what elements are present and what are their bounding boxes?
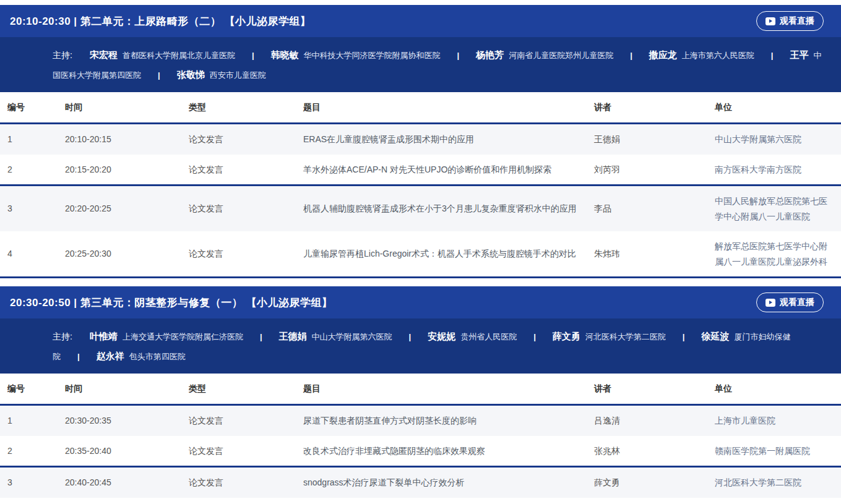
chair-name: 王平 (790, 49, 808, 60)
cell-title: snodgrass术治疗尿道下裂单中心疗效分析 (296, 467, 587, 498)
cell-time: 20:40-20:45 (58, 467, 181, 498)
cell-title: 尿道下裂患者阴茎直伸方式对阴茎长度的影响 (296, 405, 587, 436)
chair-org: 包头市第四医院 (129, 352, 186, 361)
session-block-1: 20:10-20:30 | 第二单元：上尿路畸形（二） 【小儿泌尿学组】 观看直… (0, 5, 841, 278)
cell-number: 4 (0, 231, 58, 278)
table-row: 2 20:35-20:40 论文发言 改良术式治疗非埋藏式隐匿阴茎的临床效果观察… (0, 436, 841, 467)
cell-title: 儿童输尿管再植Lich-Gregoir术式：机器人手术系统与腹腔镜手术的对比 (296, 231, 587, 278)
chair: 张敬悌西安市儿童医院 (177, 70, 266, 80)
cell-time: 20:45-20:50 (58, 498, 181, 504)
cell-speaker: 吕逸清 (587, 405, 707, 436)
chair-separator: | (683, 332, 685, 341)
cell-time: 20:30-20:35 (58, 405, 181, 436)
column-header-speaker: 讲者 (587, 374, 707, 405)
chair: 赵永祥包头市第四医院 (97, 352, 186, 361)
cell-org: 上海市儿童医院 (707, 405, 841, 436)
chairs-bar: 主持:宋宏程首都医科大学附属北京儿童医院|韩晓敏华中科技大学同济医学院附属协和医… (0, 37, 841, 92)
table-row: 4 20:45-20:50 论文发言 再论舌粘膜在尿道下裂分期手术的价值 姚海军… (0, 498, 841, 504)
play-icon (766, 299, 775, 307)
cell-type: 论文发言 (181, 231, 296, 278)
table-row: 3 20:40-20:45 论文发言 snodgrass术治疗尿道下裂单中心疗效… (0, 467, 841, 498)
cell-org: 上海交通大学医学院附属第九人民医院 (707, 498, 841, 504)
chair-name: 徐延波 (701, 331, 729, 341)
cell-org: 赣南医学院第一附属医院 (707, 436, 841, 467)
cell-type: 论文发言 (181, 405, 296, 436)
chair-org: 西安市儿童医院 (210, 70, 266, 80)
chair: 杨艳芳河南省儿童医院郑州儿童医院 (476, 51, 613, 60)
cell-time: 20:25-20:30 (58, 231, 181, 278)
cell-number: 3 (0, 467, 58, 498)
chair-separator: | (77, 352, 80, 361)
column-header-number: 编号 (0, 92, 58, 124)
chair: 叶惟靖上海交通大学医学院附属仁济医院 (90, 332, 243, 341)
watch-live-button[interactable]: 观看直播 (756, 11, 824, 31)
play-icon (766, 17, 775, 25)
table-row: 2 20:15-20:20 论文发言 羊水外泌体ACE/AP-N 对先天性UPJ… (0, 155, 841, 186)
cell-number: 2 (0, 155, 58, 186)
chair-org: 贵州省人民医院 (460, 332, 517, 341)
cell-time: 20:20-20:25 (58, 186, 181, 232)
cell-title: 羊水外泌体ACE/AP-N 对先天性UPJO的诊断价值和作用机制探索 (296, 155, 587, 186)
live-button-label: 观看直播 (780, 297, 814, 308)
chair-org: 河南省儿童医院郑州儿童医院 (509, 51, 613, 60)
chair: 王德娟中山大学附属第六医院 (279, 332, 392, 341)
cell-title: 机器人辅助腹腔镜肾盂成形术在小于3个月患儿复杂重度肾积水中的应用 (296, 186, 587, 232)
cell-speaker: 朱炜玮 (587, 231, 707, 278)
cell-org: 南方医科大学南方医院 (707, 155, 841, 186)
chair-separator: | (409, 332, 412, 341)
chair-org: 河北医科大学第二医院 (585, 332, 666, 341)
cell-type: 论文发言 (181, 155, 296, 186)
chairs-bar: 主持:叶惟靖上海交通大学医学院附属仁济医院|王德娟中山大学附属第六医院|安妮妮贵… (0, 318, 841, 374)
watch-live-button[interactable]: 观看直播 (756, 293, 824, 312)
cell-speaker: 薛文勇 (587, 467, 707, 498)
cell-org: 解放军总医院第七医学中心附属八一儿童医院儿童泌尿外科 (707, 231, 841, 278)
session-header: 20:10-20:30 | 第二单元：上尿路畸形（二） 【小儿泌尿学组】 观看直… (0, 5, 841, 37)
column-header-title: 题目 (296, 374, 587, 405)
cell-type: 论文发言 (181, 436, 296, 467)
cell-org: 中国人民解放军总医院第七医学中心附属八一儿童医院 (707, 186, 841, 232)
chairs-label: 主持: (53, 50, 72, 60)
session-header: 20:30-20:50 | 第三单元：阴茎整形与修复（一） 【小儿泌尿学组】 观… (0, 286, 841, 318)
table-header-row: 编号 时间 类型 题目 讲者 单位 (0, 374, 841, 405)
schedule-table: 编号 时间 类型 题目 讲者 单位 1 20:10-20:15 论文发言 ERA… (0, 92, 841, 278)
cell-speaker: 姚海军 (587, 498, 707, 504)
chair-name: 赵永祥 (97, 351, 124, 361)
session-title: 20:10-20:30 | 第二单元：上尿路畸形（二） 【小儿泌尿学组】 (10, 14, 311, 28)
chair-name: 宋宏程 (90, 49, 118, 60)
column-header-org: 单位 (707, 92, 841, 124)
chair-org: 上海市第六人民医院 (682, 51, 754, 60)
chair-org: 上海交通大学医学院附属仁济医院 (123, 332, 243, 341)
cell-org: 河北医科大学第二医院 (707, 467, 841, 498)
cell-time: 20:35-20:40 (58, 436, 181, 467)
column-header-type: 类型 (181, 92, 296, 124)
column-header-speaker: 讲者 (587, 92, 707, 124)
chair-name: 韩晓敏 (271, 49, 299, 60)
chair: 撒应龙上海市第六人民医院 (649, 51, 754, 60)
cell-title: ERAS在儿童腹腔镜肾盂成形围术期中的应用 (296, 124, 587, 155)
column-header-type: 类型 (181, 374, 296, 405)
cell-type: 论文发言 (181, 124, 296, 155)
cell-type: 论文发言 (181, 498, 296, 504)
chair-name: 薛文勇 (553, 331, 580, 341)
cell-number: 2 (0, 436, 58, 467)
chair: 韩晓敏华中科技大学同济医学院附属协和医院 (271, 51, 441, 60)
chair-separator: | (630, 51, 632, 60)
cell-speaker: 王德娟 (587, 124, 707, 155)
chair-name: 安妮妮 (428, 331, 455, 341)
cell-type: 论文发言 (181, 467, 296, 498)
cell-number: 3 (0, 186, 58, 232)
session-title: 20:30-20:50 | 第三单元：阴茎整形与修复（一） 【小儿泌尿学组】 (10, 296, 333, 310)
chair-separator: | (457, 51, 460, 60)
chair-name: 撒应龙 (649, 49, 677, 60)
chair-separator: | (533, 332, 536, 341)
chair-name: 王德娟 (279, 331, 307, 341)
chair: 宋宏程首都医科大学附属北京儿童医院 (90, 51, 235, 60)
cell-title: 改良术式治疗非埋藏式隐匿阴茎的临床效果观察 (296, 436, 587, 467)
chair: 薛文勇河北医科大学第二医院 (553, 332, 666, 341)
chair-separator: | (771, 51, 774, 60)
chair: 安妮妮贵州省人民医院 (428, 332, 517, 341)
column-header-title: 题目 (296, 92, 587, 124)
table-row: 3 20:20-20:25 论文发言 机器人辅助腹腔镜肾盂成形术在小于3个月患儿… (0, 186, 841, 232)
cell-type: 论文发言 (181, 186, 296, 232)
chair-name: 张敬悌 (177, 69, 205, 80)
